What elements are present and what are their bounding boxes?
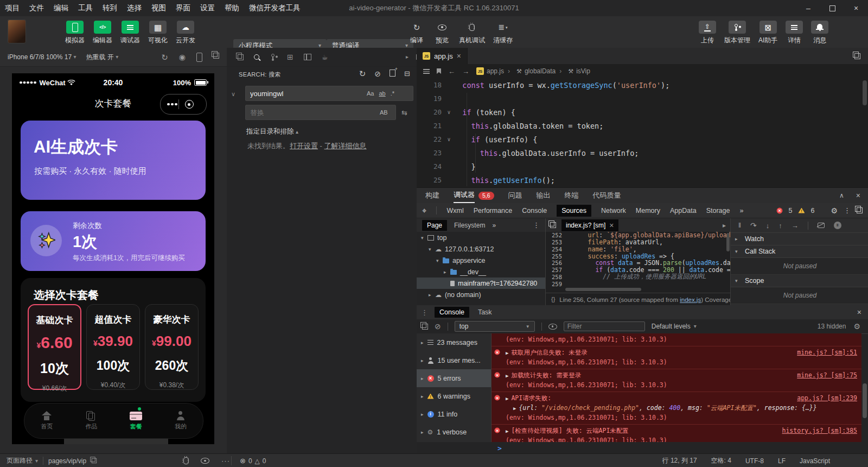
close-button[interactable]	[844, 0, 868, 16]
console-filter-input[interactable]	[564, 321, 645, 331]
preserve-case-icon[interactable]: AB	[380, 109, 388, 116]
close-tab-icon[interactable]	[609, 222, 614, 229]
context-select[interactable]: top▼	[455, 321, 535, 332]
language-mode[interactable]: JavaScript	[800, 457, 830, 465]
toolbar-button[interactable]: 可视化	[148, 21, 168, 45]
console-filter-item[interactable]: ▸ 5 errors	[417, 369, 491, 387]
tree-expander-icon[interactable]: ▸	[444, 269, 450, 275]
devtools-tab[interactable]: Storage	[706, 207, 730, 214]
debug-tab[interactable]: 代码质量	[593, 188, 621, 203]
copy-path-icon[interactable]	[92, 458, 97, 463]
step-into-icon[interactable]	[766, 222, 770, 229]
home-capsule-icon[interactable]	[185, 100, 194, 109]
editor-tab[interactable]: app.js	[417, 48, 468, 64]
toolbar-button[interactable]: 调试器	[120, 21, 140, 45]
expand-icon[interactable]: ▶	[506, 373, 508, 378]
devtools-tab[interactable]: AppData	[670, 207, 697, 214]
more-icon[interactable]	[167, 103, 170, 106]
collapse-sidebar-icon[interactable]	[406, 54, 417, 60]
restart-icon[interactable]	[161, 53, 168, 62]
pause-on-exceptions-icon[interactable]	[834, 222, 841, 229]
detach-window-icon[interactable]	[213, 53, 219, 59]
tree-row[interactable]: ▾ appservice	[417, 255, 545, 266]
clear-results-icon[interactable]	[374, 70, 381, 78]
page-path[interactable]: pages/vip/vip	[48, 457, 86, 465]
tree-row[interactable]: ▾ 127.0.0.1:63712	[417, 243, 545, 255]
devtools-tab[interactable]: Sources	[557, 205, 591, 217]
eol-type[interactable]: LF	[778, 457, 786, 465]
toggle-replace-icon[interactable]	[231, 91, 235, 97]
toolbar-button[interactable]: 版本管理	[724, 21, 750, 45]
source-file-tab[interactable]: index.js? [sm]	[561, 219, 618, 231]
regex-icon[interactable]: .*	[391, 90, 394, 97]
close-tab-icon[interactable]	[457, 52, 461, 60]
close-console-icon[interactable]	[857, 308, 861, 316]
problem-counts[interactable]: 0 0	[240, 454, 266, 467]
console-filter-item[interactable]: ▸ 6 warnings	[417, 387, 491, 405]
live-expression-icon[interactable]	[548, 324, 557, 330]
inspect-icon[interactable]	[422, 206, 426, 214]
console-filter-item[interactable]: ▸ 11 info	[417, 405, 491, 423]
tabbar-item[interactable]: 首页	[24, 403, 69, 438]
outline-icon[interactable]	[423, 69, 430, 74]
rotate-device-icon[interactable]	[196, 53, 202, 62]
devtools-tab[interactable]: Console	[522, 207, 547, 214]
tabbar-item[interactable]: 套餐	[114, 403, 158, 438]
expand-icon[interactable]: ▶	[506, 428, 508, 434]
deactivate-breakpoints-icon[interactable]	[818, 223, 825, 228]
filesystem-tab[interactable]: Filesystem	[454, 222, 485, 229]
package-card[interactable]: 超值次卡 ¥39.90 100次 ¥0.40/次	[86, 304, 140, 390]
devtools-tab[interactable]: Wxml	[446, 207, 463, 214]
error-count-icon[interactable]	[776, 207, 782, 213]
bookmark-icon[interactable]	[437, 68, 441, 74]
pretty-print-icon[interactable]	[551, 296, 555, 302]
editor-scrollbar[interactable]	[863, 80, 867, 105]
search-icon[interactable]	[254, 54, 259, 60]
console-filter-item[interactable]: ▸ 15 user mes...	[417, 351, 491, 369]
console-menu-icon[interactable]	[421, 309, 428, 316]
split-editor-icon[interactable]	[854, 53, 860, 59]
tree-expander-icon[interactable]: ▾	[429, 247, 435, 252]
menu-item[interactable]: 项目	[0, 0, 24, 16]
menu-item[interactable]: 选择	[122, 0, 146, 16]
expand-icon[interactable]: ▶	[513, 406, 516, 411]
toolbar-button[interactable]: 真机调试	[459, 21, 485, 45]
devtools-tab[interactable]: Performance	[474, 207, 513, 214]
toolbar-button[interactable]: 云开发	[176, 21, 195, 45]
menu-item[interactable]: 编辑	[49, 0, 73, 16]
vertical-scrollbar[interactable]	[726, 233, 730, 251]
console-settings-icon[interactable]	[853, 323, 860, 330]
fold-icon[interactable]: ∨	[444, 109, 454, 115]
expander-icon[interactable]: ▸	[421, 394, 424, 399]
debug-icon[interactable]	[183, 457, 189, 464]
files-icon[interactable]	[238, 54, 244, 60]
task-tab[interactable]: Task	[478, 308, 492, 316]
tree-row[interactable]: mainframe?t=1762942780	[417, 277, 545, 289]
minimize-button[interactable]	[796, 0, 820, 16]
console-scrollbar[interactable]	[863, 383, 867, 418]
menu-item[interactable]: 工具	[73, 0, 98, 16]
expander-icon[interactable]: ▸	[421, 412, 424, 417]
log-levels-select[interactable]: Default levels	[652, 323, 697, 330]
toolbar-button[interactable]: 详情	[786, 21, 803, 45]
dock-side-icon[interactable]	[857, 207, 863, 213]
show-navigator-icon[interactable]	[550, 222, 556, 228]
tree-row[interactable]: ▸ (no domain)	[417, 289, 545, 300]
console-filter-item[interactable]: ▸ 1 verbose	[417, 423, 491, 441]
horizontal-scrollbar[interactable]	[565, 288, 641, 291]
expander-icon[interactable]: ▸	[421, 376, 424, 381]
expand-icon[interactable]: ▶	[506, 396, 508, 401]
breadcrumb-item[interactable]: globalData	[504, 67, 556, 75]
tabbar-item[interactable]: 作品	[69, 403, 113, 438]
toolbar-button[interactable]: 清缓存	[493, 21, 513, 45]
expand-icon[interactable]: ▶	[506, 350, 508, 356]
package-card[interactable]: 基础次卡 ¥6.60 10次 ¥0.66/次	[28, 304, 81, 390]
source-code-view[interactable]: 252 url: `${app.globalData.apiBase}/uplo…	[546, 232, 730, 287]
more-icon[interactable]	[221, 457, 230, 464]
tree-expander-icon[interactable]: ▸	[429, 292, 435, 298]
expander-icon[interactable]: ▸	[421, 430, 424, 435]
source-control-icon[interactable]	[271, 54, 277, 61]
layout-icon[interactable]	[304, 54, 311, 60]
step-over-icon[interactable]	[750, 222, 757, 229]
match-case-icon[interactable]: Aa	[367, 90, 374, 97]
